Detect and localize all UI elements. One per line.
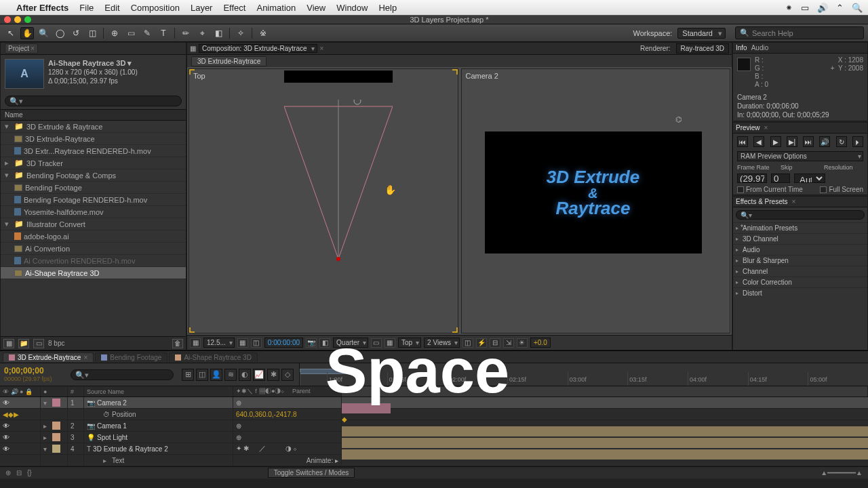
first-frame-button[interactable]: ⏮ — [737, 136, 748, 147]
anchor-tool[interactable]: ⊕ — [108, 27, 121, 39]
shape-tool[interactable]: ▭ — [124, 27, 138, 39]
comp-nav-icon[interactable]: ▦ — [190, 45, 196, 52]
selection-tool[interactable]: ↖ — [4, 27, 18, 39]
zoom-tool[interactable]: 🔍 — [37, 27, 50, 39]
preview-tab[interactable]: Preview — [736, 124, 760, 131]
layer-row[interactable]: 👁 ▸ 2 📷Camera 1 ⊕ — [0, 420, 868, 432]
menu-layer[interactable]: Layer — [191, 3, 213, 13]
viewer-comp-select[interactable]: Composition: 3D Extrude-Raytrace — [199, 44, 317, 53]
pen-tool[interactable]: ✎ — [140, 27, 154, 39]
new-comp-button[interactable]: ▭ — [33, 339, 44, 348]
effects-category[interactable]: Animation Presets — [733, 222, 867, 233]
viewport-camera[interactable]: Camera 2 ⌬ 3D Extrude&Raytrace — [461, 68, 731, 333]
fullscreen-checkbox[interactable]: Full Screen — [820, 186, 863, 193]
brush-tool[interactable]: ✏ — [179, 27, 193, 39]
menu-window[interactable]: Window — [336, 3, 368, 13]
effects-category[interactable]: Distort — [733, 287, 867, 298]
effects-category[interactable]: Channel — [733, 266, 867, 277]
keyframe-nav-icon[interactable]: ◀◆▶ — [3, 411, 19, 418]
loop-button[interactable]: ↻ — [836, 136, 847, 147]
keyframe-icon[interactable]: ◆ — [342, 415, 347, 423]
renderer-button[interactable]: Ray-traced 3D — [676, 43, 729, 54]
timeline-tab[interactable]: Ai-Shape Raytrace 3D — [169, 352, 258, 362]
current-time[interactable]: 0:00:00:00 — [264, 338, 303, 348]
label-color-icon[interactable] — [52, 399, 60, 407]
timeline-icon[interactable]: ⊟ — [490, 338, 500, 348]
mute-button[interactable]: 🔊 — [819, 136, 830, 147]
graph-editor-icon[interactable]: 📈 — [253, 369, 265, 381]
always-preview-icon[interactable]: ▦ — [190, 338, 201, 348]
type-tool[interactable]: T — [157, 27, 170, 39]
prev-frame-button[interactable]: ◀ — [753, 136, 764, 147]
roi-icon[interactable]: ▭ — [371, 338, 382, 348]
shy-icon[interactable]: 👤 — [210, 369, 222, 381]
motion-blur-icon[interactable]: ◐ — [239, 369, 251, 381]
bit-depth[interactable]: 8 bpc — [48, 340, 64, 347]
close-window-button[interactable] — [4, 16, 11, 23]
view-select[interactable]: Top — [398, 338, 421, 348]
auto-keyframe-icon[interactable]: ◇ — [281, 369, 294, 381]
menu-effect[interactable]: Effect — [223, 3, 245, 13]
layer-bar[interactable] — [342, 438, 868, 448]
roto-tool[interactable]: ✧ — [234, 27, 248, 39]
close-tab-icon[interactable]: × — [320, 45, 324, 52]
property-row[interactable]: ◀◆▶ ⏱ Position 640.0,360.0,-2417.8 ◆ — [0, 409, 868, 420]
framerate-input[interactable] — [737, 174, 767, 183]
app-name[interactable]: After Effects — [16, 3, 68, 13]
workspace-select[interactable]: Standard — [677, 28, 726, 39]
snapshot-icon[interactable]: 📷 — [306, 338, 317, 348]
render-queue-icon[interactable]: {} — [27, 469, 32, 476]
search-help-input[interactable]: 🔍 Search Help — [735, 26, 864, 39]
viewport-top[interactable]: Top ✋ — [189, 68, 458, 333]
trash-button[interactable]: 🗑 — [172, 339, 183, 348]
fast-preview-icon[interactable]: ⚡ — [476, 338, 487, 348]
label-color-icon[interactable] — [52, 445, 60, 453]
current-time-display[interactable]: 0;00;00;0000000 (29.97 fps) — [0, 363, 68, 386]
audio-tab[interactable]: Audio — [751, 44, 769, 52]
exposure-value[interactable]: +0.0 — [530, 338, 551, 348]
clone-tool[interactable]: ⌖ — [195, 27, 209, 39]
grid-icon[interactable]: ▦ — [237, 338, 248, 348]
magnification-select[interactable]: 12.5... — [203, 338, 235, 348]
channel-icon[interactable]: ◧ — [319, 338, 330, 348]
menu-composition[interactable]: Composition — [131, 3, 180, 13]
preview-res-select[interactable]: Auto — [794, 174, 825, 183]
layer-bar[interactable] — [342, 403, 391, 413]
exposure-reset-icon[interactable]: ☀ — [517, 338, 528, 348]
time-ruler[interactable]: 1:00f 01:15f 02:00f 02:15f 03:00f 03:15f… — [299, 363, 868, 386]
rotate-tool[interactable]: ↺ — [69, 27, 83, 39]
menu-animation[interactable]: Animation — [256, 3, 296, 13]
last-frame-button[interactable]: ⏭ — [803, 136, 814, 147]
new-folder-button[interactable]: 📁 — [18, 339, 29, 348]
label-color-icon[interactable] — [52, 433, 60, 441]
effects-category[interactable]: Blur & Sharpen — [733, 255, 867, 266]
status-wifi-icon[interactable]: ⌃ — [836, 3, 844, 13]
stopwatch-icon[interactable]: ⏱ — [103, 411, 110, 418]
label-color-icon[interactable] — [52, 422, 60, 430]
status-volume-icon[interactable]: 🔊 — [817, 3, 828, 13]
orbit-tool[interactable]: ◯ — [53, 27, 66, 39]
toggle-switches-button[interactable]: Toggle Switches / Modes — [268, 468, 355, 478]
status-displays-icon[interactable]: ▭ — [801, 3, 809, 13]
effects-category[interactable]: Audio — [733, 244, 867, 255]
layer-row[interactable]: 👁 ▾ 1 📷Camera 2 ⊕ — [0, 397, 868, 409]
project-search[interactable]: 🔍▾ — [5, 96, 182, 106]
zoom-window-button[interactable] — [24, 16, 31, 23]
puppet-tool[interactable]: ※ — [256, 27, 270, 39]
skip-input[interactable] — [771, 174, 790, 183]
menu-help[interactable]: Help — [378, 3, 397, 13]
menu-edit[interactable]: Edit — [104, 3, 119, 13]
interpret-button[interactable]: ▦ — [3, 339, 14, 348]
draft3d-icon[interactable]: ◫ — [196, 369, 208, 381]
expand-icon[interactable]: ⊕ — [5, 469, 11, 476]
timeline-tab[interactable]: Bending Footage — [95, 352, 167, 362]
camera-tool[interactable]: ◫ — [85, 27, 99, 39]
comp-mini-flowchart-icon[interactable]: ⊞ — [182, 369, 194, 381]
effects-category[interactable]: Color Correction — [733, 277, 867, 287]
ram-preview-button[interactable]: ⏵ — [852, 136, 863, 147]
minimize-window-button[interactable] — [14, 16, 21, 23]
next-frame-button[interactable]: ▶| — [787, 136, 797, 147]
effects-search[interactable]: 🔍▾ — [736, 210, 865, 220]
flowchart-icon[interactable]: ⇲ — [503, 338, 514, 348]
layer-bar[interactable] — [342, 449, 868, 460]
